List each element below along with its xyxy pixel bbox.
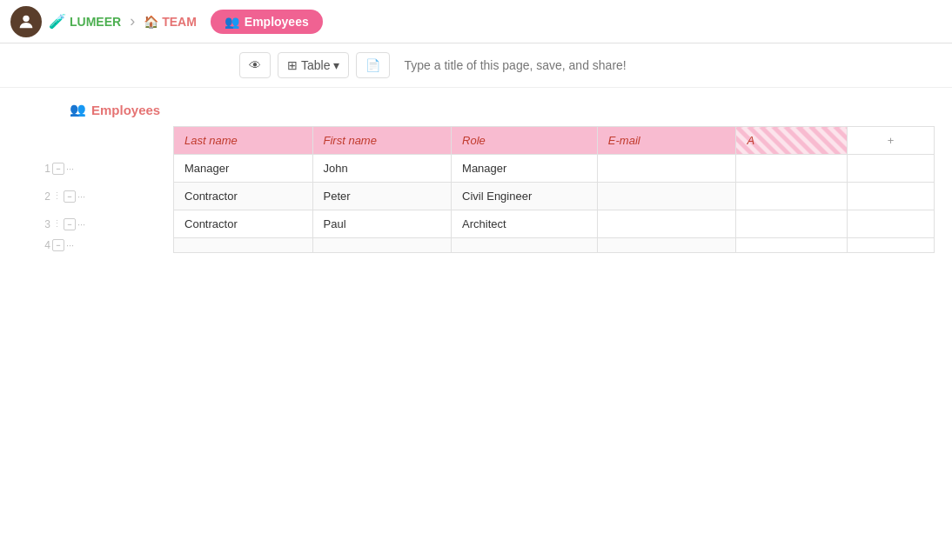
data-table: Last name First name Role E-mail A + 1−·… <box>35 126 935 253</box>
email-cell[interactable] <box>597 210 736 238</box>
add-col-cell <box>848 183 935 210</box>
save-icon: 📄 <box>365 58 380 72</box>
row-options-button[interactable]: ··· <box>77 191 85 202</box>
toolbar: 👁 ⊞ Table ▾ 📄 <box>0 43 952 88</box>
last-name-cell[interactable]: Manager <box>174 155 313 183</box>
table-row: 4−··· <box>35 238 935 253</box>
first-name-cell[interactable] <box>312 238 452 253</box>
row-meta-cell: 1−··· <box>35 155 174 183</box>
last-name-cell[interactable]: Contractor <box>174 210 313 238</box>
team-icon: 🏠 <box>144 15 158 29</box>
row-options-button[interactable]: ··· <box>66 240 74 250</box>
col-header-last-name[interactable]: Last name <box>174 127 313 155</box>
collection-icon: 👥 <box>70 102 86 117</box>
table-row: 2⋮−···ContractorPeterCivil Engineer <box>35 183 935 210</box>
dropdown-icon: ▾ <box>333 58 339 72</box>
nav-separator: › <box>130 12 135 30</box>
collection-name: Employees <box>91 103 160 117</box>
row-meta-cell: 4−··· <box>35 238 174 253</box>
drag-handle-icon[interactable]: ⋮ <box>52 218 62 230</box>
top-nav: 🧪 LUMEER › 🏠 TEAM 👥 Employees <box>0 0 952 43</box>
last-name-cell[interactable]: Contractor <box>174 183 313 210</box>
table-wrapper: Last name First name Role E-mail A + 1−·… <box>35 126 935 253</box>
main-content: 👥 Employees Last name First name Role E-… <box>0 88 952 267</box>
table-button[interactable]: ⊞ Table ▾ <box>278 52 349 78</box>
collapse-row-button[interactable]: − <box>64 190 76 203</box>
role-cell[interactable]: Manager <box>452 155 598 183</box>
row-options-button[interactable]: ··· <box>77 219 85 230</box>
col-header-role[interactable]: Role <box>452 127 598 155</box>
brand-label: LUMEER <box>70 15 121 29</box>
collapse-row-button[interactable]: − <box>64 218 76 230</box>
add-column-button[interactable]: + <box>848 127 935 155</box>
table-row: 1−···ManagerJohnManager <box>35 155 935 183</box>
row-options-button[interactable]: ··· <box>66 163 74 174</box>
role-cell[interactable]: Architect <box>452 210 598 238</box>
email-cell[interactable] <box>597 183 736 210</box>
table-label: Table <box>301 58 330 72</box>
col-header-first-name[interactable]: First name <box>312 127 452 155</box>
view-button[interactable]: 👁 <box>239 52 271 78</box>
avatar <box>10 6 42 37</box>
svg-point-0 <box>23 15 29 21</box>
tab-employees-label: Employees <box>245 15 309 29</box>
email-cell[interactable] <box>597 238 736 253</box>
first-name-cell[interactable]: Paul <box>312 210 452 238</box>
a-cell[interactable] <box>736 183 848 210</box>
row-number: 4 <box>38 239 50 251</box>
role-cell[interactable]: Civil Engineer <box>452 183 598 210</box>
table-row: 3⋮−···ContractorPaulArchitect <box>35 210 935 238</box>
drag-handle-icon[interactable]: ⋮ <box>52 190 62 202</box>
add-col-cell <box>848 210 935 238</box>
save-button[interactable]: 📄 <box>356 52 390 78</box>
a-cell[interactable] <box>736 238 848 253</box>
collapse-row-button[interactable]: − <box>52 163 64 175</box>
eye-icon: 👁 <box>249 58 261 72</box>
tab-employees[interactable]: 👥 Employees <box>211 10 323 34</box>
last-name-cell[interactable] <box>174 238 313 253</box>
col-header-email[interactable]: E-mail <box>597 127 736 155</box>
collection-label: 👥 Employees <box>70 102 935 117</box>
table-icon: ⊞ <box>287 58 298 72</box>
row-number: 3 <box>38 218 50 230</box>
table-body: 1−···ManagerJohnManager2⋮−···ContractorP… <box>35 155 935 253</box>
table-header-row: Last name First name Role E-mail A + <box>35 127 935 155</box>
lumeer-icon: 🧪 <box>49 13 66 30</box>
row-meta-cell: 2⋮−··· <box>35 183 174 210</box>
email-cell[interactable] <box>597 155 736 183</box>
first-name-cell[interactable]: John <box>312 155 452 183</box>
first-name-cell[interactable]: Peter <box>312 183 452 210</box>
col-header-a[interactable]: A <box>736 127 848 155</box>
a-cell[interactable] <box>736 210 848 238</box>
collapse-row-button[interactable]: − <box>52 239 64 251</box>
nav-team: 🏠 TEAM <box>144 15 197 29</box>
tab-employees-icon: 👥 <box>225 15 239 29</box>
row-number: 2 <box>38 190 50 203</box>
role-cell[interactable] <box>452 238 598 253</box>
nav-brand: 🧪 LUMEER <box>49 13 121 30</box>
team-label: TEAM <box>162 15 197 29</box>
add-col-cell <box>848 238 935 253</box>
a-cell[interactable] <box>736 155 848 183</box>
title-input[interactable] <box>397 53 713 77</box>
header-spacer <box>35 127 174 155</box>
add-col-cell <box>848 155 935 183</box>
row-meta-cell: 3⋮−··· <box>35 210 174 238</box>
row-number: 1 <box>38 163 50 175</box>
